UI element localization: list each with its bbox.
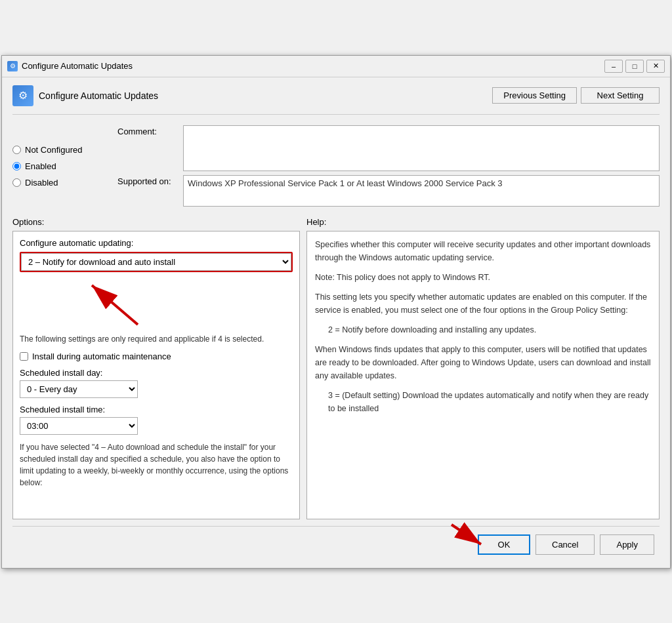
apply-button[interactable]: Apply — [600, 534, 654, 555]
ok-arrow-container: OK — [478, 534, 530, 555]
prev-setting-button[interactable]: Previous Setting — [492, 87, 577, 104]
configure-dropdown[interactable]: 2 – Notify for download and auto install… — [21, 253, 291, 271]
comment-input[interactable] — [183, 125, 660, 171]
comment-supported: Comment: Supported on: Windows XP Profes… — [117, 125, 660, 207]
config-section: Not Configured Enabled Disabled Comment: — [12, 125, 660, 207]
help-para2: Note: This policy does not apply to Wind… — [315, 271, 651, 284]
title-bar-left: ⚙ Configure Automatic Updates — [7, 61, 133, 71]
arrow-annotation — [20, 279, 151, 331]
settings-note: The following settings are only required… — [20, 333, 293, 345]
extra-text: If you have selected "4 – Auto download … — [20, 441, 293, 489]
help-text: Specifies whether this computer will rec… — [315, 238, 651, 415]
scheduled-day-dropdown[interactable]: 0 - Every day 1 - Sunday 2 - Monday 3 - … — [20, 380, 138, 398]
help-para5: When Windows finds updates that apply to… — [315, 343, 651, 382]
install-checkbox-label[interactable]: Install during automatic maintenance — [32, 352, 171, 361]
bottom-panels: Configure automatic updating: 2 – Notify… — [12, 231, 660, 519]
window-title: Configure Automatic Updates — [22, 61, 133, 71]
options-header: Options: — [12, 217, 300, 227]
radio-not-configured[interactable]: Not Configured — [12, 145, 104, 155]
install-checkbox[interactable] — [20, 352, 28, 361]
svg-line-3 — [452, 525, 481, 544]
radio-group: Not Configured Enabled Disabled — [12, 125, 104, 207]
scheduled-day-field: Scheduled install day: 0 - Every day 1 -… — [20, 368, 293, 398]
help-panel: Specifies whether this computer will rec… — [306, 231, 660, 519]
options-panel: Configure automatic updating: 2 – Notify… — [12, 231, 300, 519]
minimize-button[interactable]: – — [604, 60, 623, 73]
maximize-button[interactable]: □ — [625, 60, 644, 73]
help-para4: 2 = Notify before downloading and instal… — [328, 323, 651, 336]
header-left: ⚙ Configure Automatic Updates — [12, 85, 158, 106]
scheduled-time-dropdown[interactable]: 00:00 01:00 02:00 03:00 04:00 — [20, 417, 138, 435]
help-para1: Specifies whether this computer will rec… — [315, 238, 651, 264]
header-section: ⚙ Configure Automatic Updates Previous S… — [12, 85, 660, 115]
help-header: Help: — [306, 217, 660, 227]
configure-label: Configure automatic updating: — [20, 238, 293, 248]
dialog-buttons: OK Cancel Apply — [12, 526, 660, 560]
main-window: ⚙ Configure Automatic Updates – □ ✕ ⚙ Co… — [1, 55, 671, 569]
supported-row: Supported on: Windows XP Professional Se… — [117, 175, 660, 207]
radio-enabled[interactable]: Enabled — [12, 161, 104, 171]
close-button[interactable]: ✕ — [646, 60, 665, 73]
radio-disabled[interactable]: Disabled — [12, 178, 104, 188]
title-bar: ⚙ Configure Automatic Updates – □ ✕ — [2, 56, 670, 77]
window-icon: ⚙ — [7, 61, 18, 71]
scheduled-time-label: Scheduled install time: — [20, 405, 293, 414]
dropdown-highlighted: 2 – Notify for download and auto install… — [20, 252, 293, 272]
header-icon: ⚙ — [12, 85, 33, 106]
help-para3: This setting lets you specify whether au… — [315, 291, 651, 317]
section-headers: Options: Help: — [12, 217, 660, 227]
supported-label: Supported on: — [117, 175, 177, 186]
scheduled-time-field: Scheduled install time: 00:00 01:00 02:0… — [20, 405, 293, 435]
next-setting-button[interactable]: Next Setting — [581, 87, 660, 104]
title-bar-controls: – □ ✕ — [604, 60, 665, 73]
comment-row: Comment: — [117, 125, 660, 171]
install-checkbox-row: Install during automatic maintenance — [20, 352, 293, 361]
cancel-button[interactable]: Cancel — [536, 534, 595, 555]
scheduled-day-label: Scheduled install day: — [20, 368, 293, 378]
supported-value: Windows XP Professional Service Pack 1 o… — [183, 175, 660, 207]
svg-line-1 — [92, 285, 138, 325]
options-inner: Configure automatic updating: 2 – Notify… — [13, 231, 299, 495]
header-title: Configure Automatic Updates — [39, 90, 158, 101]
comment-label: Comment: — [117, 125, 177, 136]
help-para6: 3 = (Default setting) Download the updat… — [328, 389, 651, 415]
header-buttons: Previous Setting Next Setting — [492, 87, 660, 104]
dialog-content: ⚙ Configure Automatic Updates Previous S… — [2, 77, 670, 568]
ok-button[interactable]: OK — [478, 534, 530, 555]
